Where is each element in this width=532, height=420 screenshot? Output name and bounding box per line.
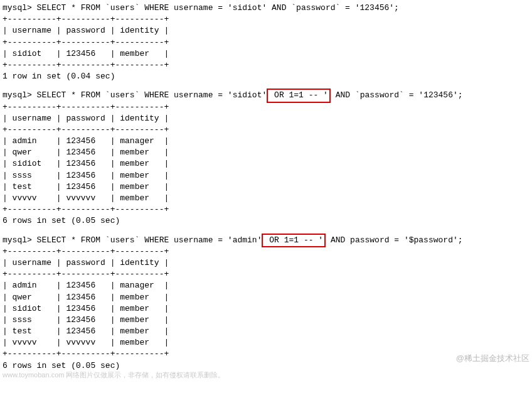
sql-prompt-line: mysql> SELECT * FROM `users` WHERE usern… <box>3 90 532 101</box>
table-separator: +----------+----------+----------+ <box>3 60 532 71</box>
table-header: | username | password | identity | <box>3 25 532 36</box>
table-row: | test | 123456 | member | <box>3 181 532 193</box>
sql-injection-highlight: OR 1=1 -- ' <box>262 234 326 247</box>
sql-query-after: AND `password` = '123456'; <box>331 90 463 100</box>
watermark-small: www.toymoban.com 网络图片仅做展示，非存储，如有侵权请联系删除。 <box>3 370 225 380</box>
result-count: 1 row in set (0.04 sec) <box>3 71 532 82</box>
table-row: | qwer | 123456 | member | <box>3 147 532 158</box>
table-header: | username | password | identity | <box>3 257 532 269</box>
table-row: | ssss | 123456 | member | <box>3 315 532 326</box>
sql-query-before: SELECT * FROM `users` WHERE username = '… <box>37 235 262 245</box>
table-row: | vvvvv | vvvvvv | member | <box>3 337 532 348</box>
table-row: | vvvvv | vvvvvv | member | <box>3 193 532 204</box>
result-count: 6 rows in set (0.05 sec) <box>3 215 532 227</box>
table-header: | username | password | identity | <box>3 113 532 124</box>
sql-prompt-line: mysql> SELECT * FROM `users` WHERE usern… <box>3 235 532 246</box>
table-separator: +----------+----------+----------+ <box>3 124 532 136</box>
table-separator: +----------+----------+----------+ <box>3 246 532 257</box>
table-separator: +----------+----------+----------+ <box>3 269 532 280</box>
sql-query-before: SELECT * FROM `users` WHERE username = '… <box>37 90 267 100</box>
mysql-prompt: mysql> <box>3 90 37 100</box>
table-row: | test | 123456 | member | <box>3 326 532 337</box>
table-separator: +----------+----------+----------+ <box>3 348 532 360</box>
table-separator: +----------+----------+----------+ <box>3 14 532 25</box>
table-row: | admin | 123456 | manager | <box>3 280 532 291</box>
table-separator: +----------+----------+----------+ <box>3 102 532 113</box>
mysql-prompt: mysql> <box>3 3 37 13</box>
table-row: | admin | 123456 | manager | <box>3 136 532 147</box>
table-separator: +----------+----------+----------+ <box>3 37 532 48</box>
query-block-1: mysql> SELECT * FROM `users` WHERE usern… <box>3 3 532 82</box>
table-row: | qwer | 123456 | member | <box>3 292 532 303</box>
sql-injection-highlight: OR 1=1 -- ' <box>267 89 331 102</box>
sql-prompt-line: mysql> SELECT * FROM `users` WHERE usern… <box>3 3 532 14</box>
table-separator: +----------+----------+----------+ <box>3 204 532 215</box>
query-block-2: mysql> SELECT * FROM `users` WHERE usern… <box>3 90 532 227</box>
sql-query: SELECT * FROM `users` WHERE username = '… <box>37 3 399 13</box>
table-row: | sidiot | 123456 | member | <box>3 158 532 170</box>
query-block-3: mysql> SELECT * FROM `users` WHERE usern… <box>3 235 532 372</box>
table-row: | sidiot | 123456 | member | <box>3 48 532 60</box>
table-row: | ssss | 123456 | member | <box>3 170 532 181</box>
mysql-prompt: mysql> <box>3 235 37 245</box>
sql-query-after: AND password = '$password'; <box>326 235 462 245</box>
table-row: | sidiot | 123456 | member | <box>3 303 532 315</box>
result-count: 6 rows in set (0.05 sec) <box>3 360 532 372</box>
watermark-main: @稀土掘金技术社区 <box>456 353 529 364</box>
